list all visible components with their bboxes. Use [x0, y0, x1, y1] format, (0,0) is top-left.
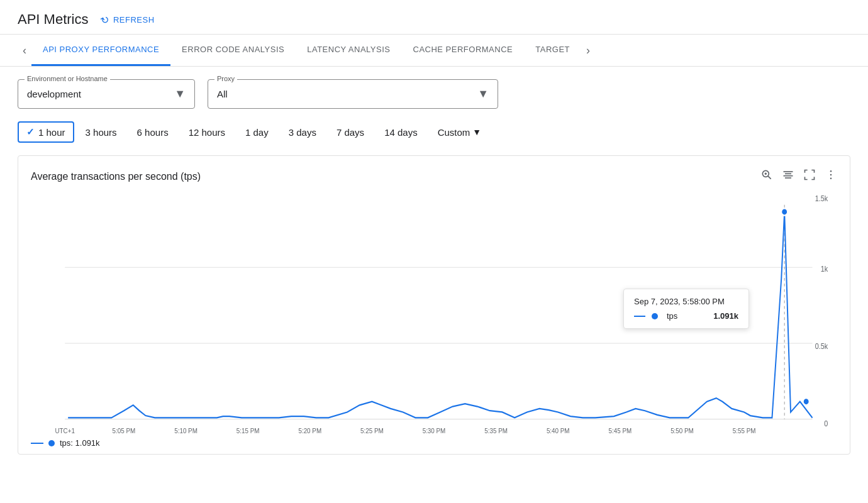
- svg-text:5:05 PM: 5:05 PM: [113, 426, 136, 433]
- time-btn-7days[interactable]: 7 days: [328, 122, 373, 143]
- svg-point-8: [830, 170, 832, 172]
- svg-text:5:10 PM: 5:10 PM: [174, 426, 198, 433]
- time-btn-3hours[interactable]: 3 hours: [77, 122, 126, 143]
- time-btn-6hours[interactable]: 6 hours: [128, 122, 177, 143]
- svg-point-10: [830, 178, 832, 180]
- time-btn-12hours[interactable]: 12 hours: [180, 122, 234, 143]
- svg-text:UTC+1: UTC+1: [55, 426, 75, 433]
- zoom-icon[interactable]: [760, 169, 773, 184]
- svg-text:1k: 1k: [821, 265, 828, 273]
- svg-text:5:15 PM: 5:15 PM: [236, 426, 260, 433]
- chart-title: Average transactions per second (tps): [31, 171, 201, 182]
- time-btn-14days[interactable]: 14 days: [376, 122, 426, 143]
- refresh-button[interactable]: ↻ REFRESH: [101, 14, 154, 26]
- legend-label: tps: 1.091k: [60, 438, 100, 448]
- chart-legend: tps: 1.091k: [31, 433, 837, 448]
- time-btn-1hour[interactable]: ✓ 1 hour: [18, 121, 74, 143]
- chart-svg-area: 0 0.5k 1k 1.5k UTC+1 5:05 PM 5:10 PM 5:1…: [31, 194, 837, 433]
- time-btn-1hour-label: 1 hour: [38, 127, 65, 138]
- chart-toolbar: [760, 169, 837, 184]
- time-btn-custom[interactable]: Custom ▼: [429, 122, 491, 143]
- time-range-selector: ✓ 1 hour 3 hours 6 hours 12 hours 1 day …: [0, 121, 868, 155]
- svg-text:5:25 PM: 5:25 PM: [360, 426, 384, 433]
- svg-text:1.5k: 1.5k: [815, 195, 828, 203]
- svg-text:5:45 PM: 5:45 PM: [609, 426, 632, 433]
- tab-cache[interactable]: CACHE PERFORMANCE: [402, 35, 525, 66]
- refresh-icon: ↻: [99, 12, 112, 26]
- tab-next-arrow[interactable]: ›: [581, 36, 595, 65]
- environment-select[interactable]: Environment or Hostname development ▼: [18, 79, 195, 109]
- legend-dot-icon: [48, 440, 55, 446]
- svg-point-32: [803, 398, 810, 405]
- tab-target[interactable]: TARGET: [524, 35, 581, 66]
- time-btn-custom-label: Custom: [438, 127, 470, 138]
- svg-point-31: [781, 208, 787, 215]
- fullscreen-icon[interactable]: [803, 169, 816, 184]
- proxy-value: All: [217, 89, 228, 99]
- svg-text:0.5k: 0.5k: [815, 342, 828, 350]
- svg-text:5:50 PM: 5:50 PM: [670, 426, 694, 433]
- environment-label: Environment or Hostname: [25, 75, 110, 82]
- filter-controls: Environment or Hostname development ▼ Pr…: [0, 67, 868, 121]
- tab-api-proxy[interactable]: API PROXY PERFORMANCE: [31, 35, 170, 66]
- proxy-select[interactable]: Proxy All ▼: [208, 79, 498, 109]
- svg-text:5:30 PM: 5:30 PM: [423, 426, 446, 433]
- filter-icon[interactable]: [782, 169, 794, 184]
- tab-prev-arrow[interactable]: ‹: [18, 36, 31, 65]
- svg-text:5:55 PM: 5:55 PM: [733, 426, 756, 433]
- svg-text:5:20 PM: 5:20 PM: [298, 426, 321, 433]
- tab-latency[interactable]: LATENCY ANALYSIS: [296, 35, 401, 66]
- check-icon: ✓: [26, 126, 35, 138]
- svg-text:5:35 PM: 5:35 PM: [484, 426, 508, 433]
- proxy-dropdown-arrow: ▼: [477, 87, 489, 101]
- tabs-bar: ‹ API PROXY PERFORMANCE ERROR CODE ANALY…: [0, 35, 868, 67]
- svg-text:5:40 PM: 5:40 PM: [547, 426, 570, 433]
- svg-point-9: [830, 174, 832, 176]
- time-btn-1day[interactable]: 1 day: [236, 122, 277, 143]
- chart-container: Average transactions per second (tps): [18, 155, 850, 455]
- tps-chart: 0 0.5k 1k 1.5k UTC+1 5:05 PM 5:10 PM 5:1…: [31, 194, 837, 433]
- more-options-icon[interactable]: [825, 169, 837, 184]
- environment-dropdown-arrow: ▼: [174, 87, 186, 101]
- proxy-label: Proxy: [214, 75, 237, 82]
- time-btn-3days[interactable]: 3 days: [280, 122, 325, 143]
- svg-text:0: 0: [824, 419, 828, 428]
- refresh-label: REFRESH: [113, 15, 155, 25]
- svg-line-1: [768, 176, 771, 179]
- custom-dropdown-arrow: ▼: [472, 127, 481, 137]
- legend-line-icon: [31, 443, 43, 444]
- app-title: API Metrics: [18, 11, 88, 28]
- tab-error-code[interactable]: ERROR CODE ANALYSIS: [170, 35, 296, 66]
- environment-value: development: [27, 89, 81, 99]
